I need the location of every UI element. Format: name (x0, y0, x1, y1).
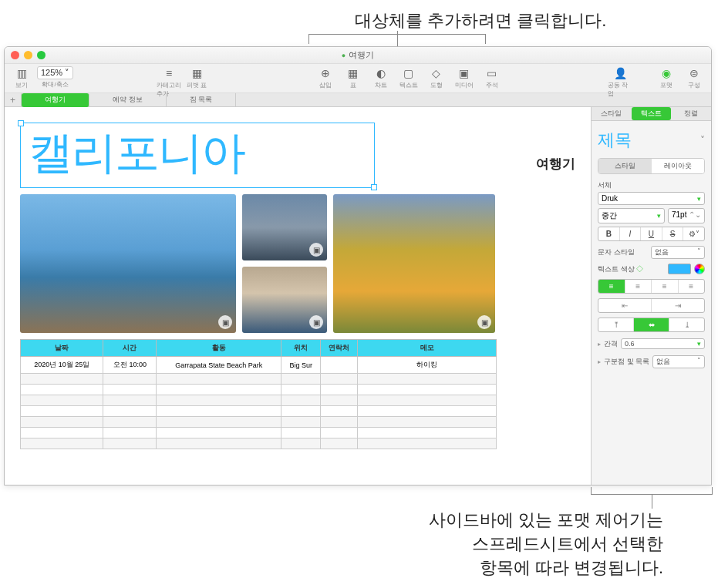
sheet-tab-3[interactable]: 짐 목록 (167, 93, 237, 107)
color-wheel-icon[interactable] (694, 264, 705, 274)
callout-top-text: 대상체를 추가하려면 클릭합니다. (355, 9, 606, 32)
th-time[interactable]: 시간 (103, 340, 157, 357)
th-activity[interactable]: 활동 (157, 340, 281, 357)
sheet-tab-2[interactable]: 예약 정보 (89, 93, 167, 107)
organize-button[interactable]: ⊜ 구성 (682, 66, 706, 89)
align-justify-button[interactable]: ≡ (679, 280, 705, 293)
bullets-select[interactable]: 없음˅ (652, 355, 705, 368)
th-location[interactable]: 위치 (281, 340, 321, 357)
image-icon[interactable]: ▣ (218, 315, 232, 329)
photo-seal[interactable]: ▣ (242, 267, 327, 333)
format-button[interactable]: ◉ 포맷 (654, 66, 679, 89)
canvas-area: 캘리포니아 여행기 ▣ ▣ ▣ ▣ (5, 107, 711, 485)
vertical-align-bar: ⤒ ⬌ ⤓ (598, 318, 705, 332)
chart-button[interactable]: ◐ 차트 (369, 66, 393, 89)
align-center-button[interactable]: ≡ (625, 280, 652, 293)
minimize-icon[interactable] (24, 51, 32, 59)
gear-icon[interactable]: ⚙︎˅ (683, 227, 704, 240)
fullscreen-icon[interactable] (37, 51, 46, 59)
photo-coast[interactable]: ▣ (20, 194, 236, 333)
sheet-tabs: + 여행기 예약 정보 짐 목록 (5, 93, 711, 107)
subtab-style[interactable]: 스타일 (598, 159, 652, 173)
callout-bracket-bottom (591, 486, 713, 495)
photo-flowers[interactable]: ▣ (333, 194, 495, 333)
valign-middle-button[interactable]: ⬌ (634, 318, 669, 331)
sheet-tab-1[interactable]: 여행기 (22, 93, 89, 107)
table-row[interactable]: 2020년 10월 25일 오전 10:00 Garrapata State B… (21, 357, 497, 374)
paragraph-style[interactable]: 제목 ˅ (598, 126, 705, 155)
pivot-button[interactable]: ▦ 피벗 표 (184, 66, 209, 89)
th-contact[interactable]: 연락처 (321, 340, 358, 357)
cell[interactable] (321, 357, 358, 374)
data-table[interactable]: 날짜 시간 활동 위치 연락처 메모 2020년 10월 25일 오전 10:0… (20, 339, 497, 449)
font-weight-select[interactable]: 중간▾ (598, 208, 665, 223)
collab-button[interactable]: 👤 공동 작업 (608, 66, 632, 98)
image-icon[interactable]: ▣ (309, 315, 323, 329)
text-color-swatch[interactable] (668, 264, 691, 274)
disclosure-triangle-icon: ▸ (598, 358, 601, 365)
shape-button[interactable]: ◇ 도형 (424, 66, 449, 89)
italic-button[interactable]: I (620, 227, 642, 240)
image-icon[interactable]: ▣ (477, 315, 491, 329)
table-row[interactable] (21, 438, 497, 449)
font-size-stepper[interactable]: 71pt⌃⌄ (668, 208, 705, 223)
tab-text[interactable]: 텍스트 (632, 107, 672, 120)
table-row[interactable] (21, 406, 497, 417)
comment-button[interactable]: ▭ 주석 (480, 66, 504, 89)
text-subtabs: 스타일 레이아웃 (598, 158, 705, 174)
text-color-label: 텍스트 색상 ◇ (598, 264, 643, 274)
callout-line-bottom (652, 495, 652, 509)
sheet-canvas[interactable]: 캘리포니아 여행기 ▣ ▣ ▣ ▣ (5, 107, 591, 485)
char-style-select[interactable]: 없음˅ (651, 246, 705, 259)
tab-arrange[interactable]: 정렬 (671, 107, 711, 120)
insert-button[interactable]: ⊕ 삽입 (313, 66, 338, 89)
cell[interactable]: 오전 10:00 (103, 357, 157, 374)
page-title: 캘리포니아 (29, 123, 366, 183)
table-row[interactable] (21, 374, 497, 385)
zoom-label: 확대/축소 (42, 80, 68, 89)
text-align-bar: ≡ ≡ ≡ ≡ (598, 279, 705, 294)
align-left-button[interactable]: ≡ (598, 280, 625, 293)
close-icon[interactable] (11, 51, 19, 59)
subtitle[interactable]: 여행기 (536, 155, 575, 173)
cell[interactable]: Garrapata State Beach Park (157, 357, 281, 374)
title-text-box[interactable]: 캘리포니아 (20, 123, 375, 188)
th-memo[interactable]: 메모 (358, 340, 497, 357)
th-date[interactable]: 날짜 (21, 340, 103, 357)
bold-button[interactable]: B (598, 227, 620, 240)
add-sheet-button[interactable]: + (5, 93, 22, 107)
font-family-select[interactable]: Druk▾ (598, 192, 705, 205)
subtab-layout[interactable]: 레이아웃 (652, 159, 705, 173)
text-button[interactable]: ▢ 텍스트 (396, 66, 421, 89)
chevron-down-icon: ˅ (700, 135, 705, 146)
cell[interactable]: 하이킹 (358, 357, 497, 374)
align-right-button[interactable]: ≡ (652, 280, 679, 293)
table-row[interactable] (21, 385, 497, 395)
app-window: 여행기 ▥ 보기 125% ˅ 확대/축소 ≡ 카테고리 추가 ▦ 피벗 표 ⊕… (4, 46, 712, 486)
table-row[interactable] (21, 395, 497, 406)
callout-bottom-text: 사이드바에 있는 포맷 제어기는 스프레드시트에서 선택한 항목에 따라 변경됩… (339, 509, 663, 580)
view-button[interactable]: ▥ 보기 (9, 66, 34, 89)
table-button[interactable]: ▦ 표 (341, 66, 366, 89)
spacing-row[interactable]: ▸ 간격 0.6▾ (598, 338, 705, 349)
outdent-button[interactable]: ⇤ (598, 299, 652, 312)
valign-bottom-button[interactable]: ⤓ (669, 318, 704, 331)
bullets-row[interactable]: ▸ 구분점 및 목록 없음˅ (598, 355, 705, 368)
document-title: 여행기 (342, 49, 374, 61)
cell[interactable]: Big Sur (281, 357, 321, 374)
indent-button[interactable]: ⇥ (652, 299, 704, 312)
spacing-select[interactable]: 0.6▾ (621, 338, 705, 349)
zoom-select[interactable]: 125% ˅ (37, 66, 73, 79)
disclosure-triangle-icon: ▸ (598, 341, 601, 348)
font-label: 서체 (598, 180, 705, 190)
cell[interactable]: 2020년 10월 25일 (21, 357, 103, 374)
image-icon[interactable]: ▣ (309, 243, 323, 257)
strike-button[interactable]: S (662, 227, 684, 240)
media-button[interactable]: ▣ 미디어 (452, 66, 477, 89)
photo-lighthouse[interactable]: ▣ (242, 194, 327, 260)
underline-button[interactable]: U (641, 227, 662, 240)
valign-top-button[interactable]: ⤒ (598, 318, 634, 331)
table-row[interactable] (21, 428, 497, 438)
tab-style[interactable]: 스타일 (592, 107, 632, 120)
table-row[interactable] (21, 417, 497, 428)
